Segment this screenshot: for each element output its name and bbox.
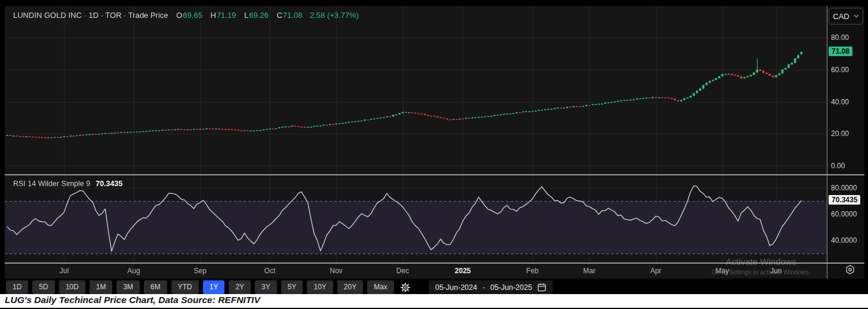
symbol-title: LUNDIN GOLD INC · 1D · TOR · Trade Price <box>13 11 168 20</box>
rsi-settings-text: RSI 14 Wilder Simple 9 <box>13 180 90 188</box>
chart-caption: LUG's Daily Techincal Price Chart, Data … <box>5 295 260 305</box>
range-button-1y[interactable]: 1Y <box>203 280 225 294</box>
low-label: L <box>244 11 248 20</box>
rsi-axis-tick: 60.0000 <box>831 210 857 218</box>
timeframe-toolbar: 1D5D10D1M3M6MYTD1Y2Y3Y5Y10Y20YMax <box>6 280 413 294</box>
range-button-ytd[interactable]: YTD <box>171 280 199 294</box>
range-button-1d[interactable]: 1D <box>6 280 28 294</box>
range-button-10y[interactable]: 10Y <box>307 280 333 294</box>
date-range-dash: - <box>482 283 485 292</box>
rsi-indicator-label: RSI 14 Wilder Simple 970.3435 <box>13 180 122 188</box>
close-value: 71.08 <box>283 11 303 20</box>
rsi-value-badge: 70.3435 <box>829 195 860 205</box>
range-button-1m[interactable]: 1M <box>90 280 113 294</box>
range-button-2y[interactable]: 2Y <box>229 280 251 294</box>
price-axis-tick: 60.00 <box>831 66 849 74</box>
rsi-axis-tick: 80.0000 <box>831 184 857 192</box>
gear-icon <box>400 282 411 293</box>
month-label-jul: Jul <box>60 267 69 275</box>
date-range-picker[interactable]: 05-Jun-2024 - 05-Jun-2025 <box>429 280 553 294</box>
range-button-3y[interactable]: 3Y <box>255 280 277 294</box>
month-label-oct: Oct <box>264 267 276 275</box>
month-label-2025: 2025 <box>455 267 471 275</box>
date-from[interactable]: 05-Jun-2024 <box>435 283 477 292</box>
currency-label: CAD <box>833 12 849 21</box>
range-button-5d[interactable]: 5D <box>32 280 54 294</box>
open-value: 69.65 <box>183 11 202 20</box>
calendar-icon[interactable] <box>537 283 546 292</box>
rsi-chart-canvas[interactable] <box>5 175 827 262</box>
month-label-jun: Jun <box>770 267 781 275</box>
change-value: 2.58 (+3.77%) <box>310 11 359 20</box>
chevron-down-icon <box>854 14 859 18</box>
rsi-axis-tick: 40.0000 <box>831 236 857 245</box>
month-label-nov: Nov <box>330 267 343 275</box>
price-chart-canvas[interactable] <box>5 6 827 174</box>
date-to[interactable]: 05-Jun-2025 <box>490 283 532 292</box>
month-label-aug: Aug <box>127 267 140 275</box>
month-label-may: May <box>715 267 729 275</box>
close-label: C <box>276 11 282 20</box>
price-axis-tick: 20.00 <box>831 129 849 138</box>
range-button-20y[interactable]: 20Y <box>337 280 363 294</box>
legend: LUNDIN GOLD INC · 1D · TOR · Trade Price… <box>13 11 359 20</box>
currency-dropdown[interactable]: CAD <box>829 8 863 24</box>
price-axis-tick: 40.00 <box>831 98 849 106</box>
month-label-apr: Apr <box>650 267 661 275</box>
last-price-badge: 71.08 <box>829 47 852 56</box>
month-label-dec: Dec <box>396 267 409 275</box>
caption-strip: LUG's Daily Techincal Price Chart, Data … <box>0 294 868 308</box>
hexagon-settings-icon <box>844 263 857 276</box>
range-button-max[interactable]: Max <box>367 280 394 294</box>
price-axis-tick: 80.00 <box>831 33 849 42</box>
open-label: O <box>176 11 182 20</box>
month-label-mar: Mar <box>583 267 596 275</box>
range-button-5y[interactable]: 5Y <box>281 280 303 294</box>
high-value: 71.19 <box>217 11 236 20</box>
range-button-10d[interactable]: 10D <box>59 280 85 294</box>
high-label: H <box>211 11 216 20</box>
scale-settings-button[interactable] <box>842 262 858 277</box>
month-label-sep: Sep <box>194 267 207 275</box>
interval-settings-button[interactable] <box>398 280 413 294</box>
time-axis[interactable]: JulAugSepOctNovDec2025FebMarAprMayJun <box>5 264 827 279</box>
range-button-6m[interactable]: 6M <box>144 280 167 294</box>
axis-separator[interactable] <box>827 6 827 279</box>
price-axis-tick: 0.00 <box>831 162 845 170</box>
rsi-current-value: 70.3435 <box>96 180 122 188</box>
range-button-3m[interactable]: 3M <box>116 280 140 294</box>
pane-separator[interactable] <box>5 174 864 175</box>
low-value: 69.26 <box>249 11 269 20</box>
chart-window: LUNDIN GOLD INC · 1D · TOR · Trade Price… <box>0 0 868 309</box>
month-label-feb: Feb <box>526 267 538 275</box>
